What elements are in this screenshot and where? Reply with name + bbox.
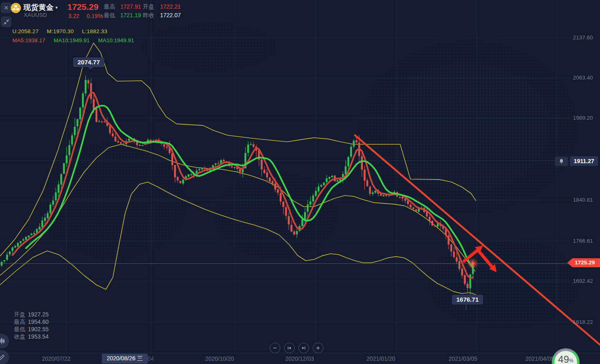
y-axis-label: 1989.20 [573, 115, 598, 121]
last-price-tag: 1725.29 [567, 258, 600, 267]
high-label: 最高 [104, 3, 115, 11]
boll-middle-value: M:1970.30 [47, 28, 74, 34]
bell-icon[interactable] [555, 157, 568, 166]
zoom-in-button[interactable] [313, 343, 323, 353]
x-axis-label: 2020/12/03 [285, 355, 314, 362]
ma5-line [12, 93, 473, 278]
grid-layer [0, 0, 571, 353]
high-value: 1727.91 [120, 3, 141, 10]
last-price: 1725.29 [67, 2, 98, 12]
y-axis-label: 1618.22 [573, 319, 598, 325]
ohlc-high-value: 1954.60 [28, 318, 49, 325]
price-alert: 1911.27 [555, 156, 598, 166]
x-axis-label: 2021/03/05 [449, 355, 477, 362]
candlestick-icon [0, 337, 5, 345]
open-value: 1722.21 [160, 3, 181, 10]
low-value: 1721.19 [120, 12, 141, 18]
candles-layer [1, 75, 474, 298]
ma10-value-2: MA10:1949.91 [98, 37, 134, 43]
ma5-value: MA5:1938.17 [12, 37, 45, 43]
low-label: 最低 [104, 12, 115, 19]
collapse-icon[interactable] [1, 16, 11, 27]
ohlc-low-label: 最低 [14, 326, 25, 332]
forecast-arrows[interactable] [464, 246, 497, 272]
last-price-dot [472, 262, 474, 265]
trough-annotation: 1676.71 [452, 295, 483, 305]
ohlc-open-value: 1927.25 [28, 311, 49, 318]
y-axis-label: 2063.40 [573, 75, 598, 81]
skip-to-start-button[interactable] [284, 343, 295, 353]
y-axis-label: 2137.60 [573, 34, 598, 41]
gauge-value: 49 [558, 354, 569, 364]
ma10-value: MA10:1949.91 [54, 37, 90, 43]
skip-to-end-button[interactable] [298, 343, 309, 353]
boll-upper-value: U:2058.27 [12, 28, 39, 34]
ohlc-close-value: 1953.54 [28, 333, 49, 340]
ohlc-open-label: 开盘 [14, 311, 25, 318]
x-axis-label-selected: 2020/08/26 三 [102, 354, 148, 364]
boll-lower-value: L:1882.33 [82, 28, 108, 34]
trendline[interactable] [355, 135, 600, 348]
gold-bars-icon [12, 5, 19, 11]
chart-controls [270, 343, 323, 353]
close-button[interactable]: × [1, 2, 11, 13]
ohlc-panel: 开盘1927.25 最高1954.60 最低1902.55 收盘1953.54 [14, 311, 49, 340]
price-change: 3.22 [68, 13, 79, 19]
countdown-gauge: 49 % [552, 349, 579, 364]
ma10-line [26, 106, 473, 267]
prevclose-value: 1722.07 [160, 12, 181, 18]
x-axis-label: 2020/10/20 [205, 355, 234, 362]
x-axis-label: 2021/01/20 [366, 355, 395, 362]
prevclose-label: 昨收 [143, 12, 154, 19]
peak-annotation: 2074.77 [73, 57, 104, 67]
x-axis-label: 2020/07/22 [42, 355, 71, 362]
gauge-unit: % [569, 358, 574, 364]
gold-coin-icon [11, 3, 21, 13]
symbol-code: XAUUSD [24, 12, 47, 18]
chevron-down-icon[interactable]: ▾ [55, 5, 58, 10]
tooltip-stem [466, 305, 466, 310]
y-axis-label: 1840.81 [573, 197, 598, 203]
ohlc-low-value: 1902.55 [28, 326, 49, 332]
y-axis-label: 1766.61 [573, 238, 598, 244]
x-axis-label: 2021/04/09 [525, 355, 554, 362]
collapse-arrows-icon [3, 19, 9, 25]
ohlc-high-label: 最高 [14, 318, 25, 325]
alert-price-value: 1911.27 [570, 156, 598, 166]
zoom-out-button[interactable] [270, 343, 280, 353]
price-change-pct: 0.19% [87, 13, 103, 19]
y-axis-label: 1692.42 [573, 278, 598, 284]
pencil-icon [0, 354, 5, 361]
ohlc-close-label: 收盘 [14, 333, 25, 340]
open-label: 开盘 [143, 3, 154, 11]
symbol-title[interactable]: 现货黄金 [23, 3, 54, 11]
